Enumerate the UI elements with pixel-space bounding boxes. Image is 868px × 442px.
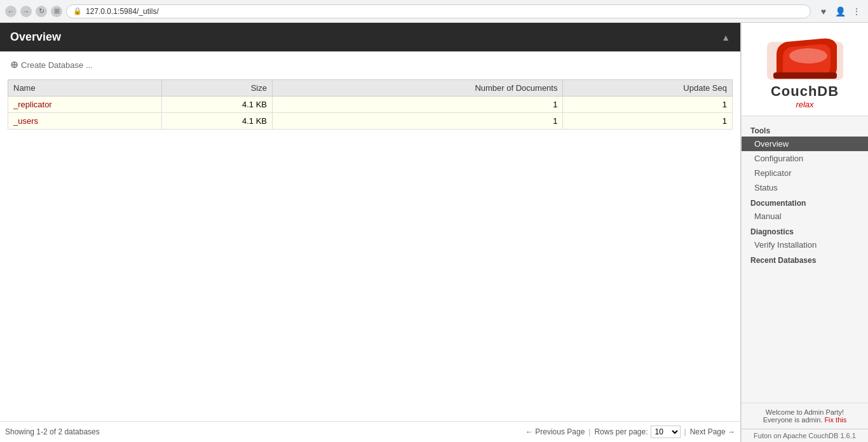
documentation-section-title: Documentation <box>742 195 868 209</box>
app-container: Overview ▲ ⊕ Create Database ... Name Si… <box>0 23 868 442</box>
futon-version: Futon on Apache CouchDB 1.6.1 <box>754 432 856 439</box>
logo-text-area: CouchDB relax <box>771 83 839 109</box>
db-seq-cell: 1 <box>563 97 733 113</box>
bottom-bar: Futon on Apache CouchDB 1.6.1 <box>742 429 868 442</box>
db-link[interactable]: _replicator <box>13 100 52 109</box>
next-page-link[interactable]: Next Page → <box>690 427 735 436</box>
sidebar-item-status[interactable]: Status <box>742 180 868 195</box>
db-size-cell: 4.1 KB <box>161 113 272 130</box>
welcome-line1: Welcome to Admin Party! <box>749 408 860 416</box>
logo-area: CouchDB relax <box>742 23 868 116</box>
database-table: Name Size Number of Documents Update Seq… <box>8 79 733 130</box>
db-seq-cell: 1 <box>563 113 733 130</box>
page-title: Overview <box>10 30 61 44</box>
pagination-info: Showing 1-2 of 2 databases <box>5 427 100 436</box>
svg-rect-2 <box>773 72 837 79</box>
db-docs-cell: 1 <box>273 97 563 113</box>
refresh-button[interactable]: ↻ <box>36 6 47 17</box>
back-button[interactable]: ← <box>5 6 17 17</box>
db-link[interactable]: _users <box>13 116 38 126</box>
rows-per-page-label: Rows per page: <box>594 427 648 436</box>
sidebar-item-configuration[interactable]: Configuration <box>742 151 868 166</box>
create-database-button[interactable]: ⊕ Create Database ... <box>8 58 95 72</box>
favorite-button[interactable]: ♥ <box>817 5 830 18</box>
sidebar: CouchDB relax Tools Overview Configurati… <box>741 23 868 442</box>
col-size: Size <box>161 80 272 97</box>
rows-per-page-select[interactable]: 10 25 50 100 <box>651 425 681 438</box>
couchdb-logo: CouchDB relax <box>764 29 846 109</box>
settings-button[interactable]: ⋮ <box>850 5 863 18</box>
pagination-controls: ← Previous Page | Rows per page: 10 25 5… <box>526 425 735 438</box>
sidebar-footer: Welcome to Admin Party! Everyone is admi… <box>742 403 868 429</box>
address-bar[interactable]: 🔒 127.0.0.1:5984/_utils/ <box>66 4 811 18</box>
logo-svg <box>764 29 846 83</box>
apps-button[interactable]: ⊞ <box>51 6 62 17</box>
rows-per-page: Rows per page: 10 25 50 100 <box>594 425 680 438</box>
browser-chrome: ← → ↻ ⊞ 🔒 127.0.0.1:5984/_utils/ ♥ 👤 ⋮ <box>0 0 868 23</box>
sidebar-item-manual[interactable]: Manual <box>742 209 868 224</box>
create-db-label: Create Database ... <box>21 60 93 70</box>
db-docs-cell: 1 <box>273 113 563 130</box>
account-button[interactable]: 👤 <box>834 5 846 18</box>
recent-databases-section-title: Recent Databases <box>742 252 868 266</box>
diagnostics-section-title: Diagnostics <box>742 224 868 238</box>
browser-actions: ♥ 👤 ⋮ <box>817 5 863 18</box>
sidebar-item-verify[interactable]: Verify Installation <box>742 238 868 252</box>
main-content: Overview ▲ ⊕ Create Database ... Name Si… <box>0 23 741 442</box>
pagination-bar: Showing 1-2 of 2 databases ← Previous Pa… <box>0 421 740 442</box>
forward-button[interactable]: → <box>20 6 32 17</box>
welcome-line2: Everyone is admin. Fix this <box>749 416 860 424</box>
page-header-close[interactable]: ▲ <box>721 32 730 43</box>
fix-link[interactable]: Fix this <box>824 416 846 424</box>
plus-icon: ⊕ <box>10 59 18 70</box>
db-name-cell: _users <box>8 113 162 130</box>
prev-page-link[interactable]: ← Previous Page <box>526 427 585 436</box>
address-icon: 🔒 <box>73 7 82 15</box>
tools-section-title: Tools <box>742 123 868 137</box>
table-row: _replicator4.1 KB11 <box>8 97 733 113</box>
welcome-line2-text: Everyone is admin. <box>763 416 823 424</box>
couchdb-name: CouchDB <box>771 83 839 100</box>
svg-point-1 <box>789 48 827 64</box>
couchdb-tagline: relax <box>771 100 839 109</box>
pagination-sep: | <box>588 427 590 436</box>
sidebar-nav: Tools Overview Configuration Replicator … <box>742 116 868 403</box>
sidebar-item-replicator[interactable]: Replicator <box>742 166 868 180</box>
db-size-cell: 4.1 KB <box>161 97 272 113</box>
pagination-sep2: | <box>684 427 686 436</box>
db-name-cell: _replicator <box>8 97 162 113</box>
col-name: Name <box>8 80 162 97</box>
content-area: ⊕ Create Database ... Name Size Number o… <box>0 51 740 421</box>
col-seq: Update Seq <box>563 80 733 97</box>
page-header: Overview ▲ <box>0 23 740 51</box>
table-row: _users4.1 KB11 <box>8 113 733 130</box>
url-text: 127.0.0.1:5984/_utils/ <box>86 7 159 16</box>
col-docs: Number of Documents <box>273 80 563 97</box>
sidebar-item-overview[interactable]: Overview <box>742 137 868 151</box>
